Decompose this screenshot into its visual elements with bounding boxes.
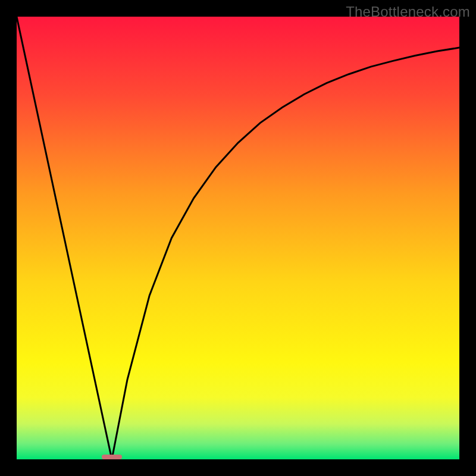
left-line — [17, 17, 112, 459]
watermark-text: TheBottleneck.com — [346, 4, 470, 20]
chart-container: { "watermark": "TheBottleneck.com", "cha… — [0, 0, 476, 476]
right-curve — [112, 48, 459, 459]
plot-area — [17, 17, 459, 459]
curve-layer — [17, 17, 459, 459]
bottleneck-marker — [102, 455, 121, 459]
